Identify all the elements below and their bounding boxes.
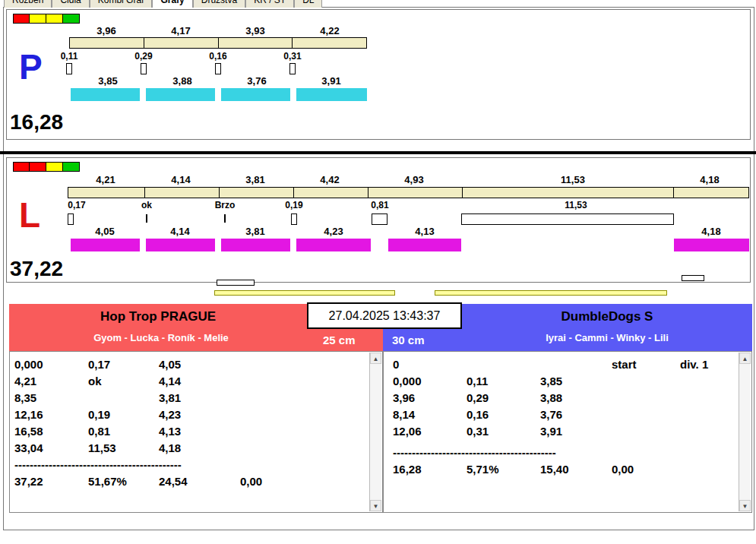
tab-druzstva[interactable]: Družstva: [193, 0, 245, 8]
scroll-down-icon[interactable]: ▼: [370, 500, 381, 511]
split-bar-segment: [219, 188, 293, 198]
cell-start-label: start: [612, 358, 637, 371]
reaction-marker: [289, 63, 296, 74]
lap-bar: [71, 88, 140, 101]
split-time: 3,81: [245, 174, 264, 185]
split-bar-segment: [293, 188, 368, 198]
cell-start-time: 0: [393, 358, 399, 371]
cell-reaction: 0,81: [88, 425, 110, 438]
cell-lap: 4,14: [159, 375, 181, 387]
table-row: 16,58 0,81 4,13: [10, 425, 369, 441]
reaction-flag: ok: [141, 200, 152, 210]
split-time: 4,17: [144, 25, 218, 36]
scroll-down-icon[interactable]: ▼: [739, 500, 751, 511]
table-totals-row: 37,22 51,67% 24,54 0,00: [10, 475, 369, 492]
lane-panel-p: 3,96 4,17 3,93 4,22 0,11 0,29 0,16 0,31 …: [6, 9, 751, 140]
lap-bar: [146, 239, 215, 251]
tab-grafy[interactable]: Grafy: [152, 0, 192, 8]
total-penalty: 0,00: [612, 463, 634, 476]
split-bar-segment: [144, 38, 218, 48]
scroll-up-icon[interactable]: ▲: [739, 353, 751, 364]
table-row: 4,21 ok 4,14: [10, 375, 369, 391]
scrollbar[interactable]: ▲ ▼: [369, 353, 381, 511]
light-indicator: [30, 162, 46, 172]
total-penalty: 0,00: [240, 475, 262, 488]
cell-cumulative: 16,58: [14, 425, 43, 438]
tab-bar: Rozběh Čidla Kombi Graf Grafy Družstva K…: [4, 0, 322, 8]
cell-reaction: 0,11: [467, 375, 488, 387]
reaction-marker-wide: [372, 213, 387, 225]
lap-bar: [221, 88, 290, 101]
lap-bar: [146, 88, 215, 101]
split-bar-p: [69, 37, 367, 49]
lap-time: 3,81: [245, 226, 264, 237]
hesitation-bar: [461, 213, 674, 225]
reaction-time: 0,19: [285, 200, 302, 210]
tab-kombi-graf[interactable]: Kombi Graf: [90, 0, 153, 8]
light-indicator: [63, 14, 80, 24]
cell-lap: 4,18: [159, 441, 181, 454]
total-laps-sum: 15,40: [540, 463, 569, 476]
cell-lap: 4,05: [159, 358, 181, 371]
cell-reaction: 11,53: [88, 441, 116, 454]
lap-time: 4,23: [324, 226, 343, 237]
split-time: 3,93: [218, 25, 293, 36]
tab-dl[interactable]: DL: [294, 0, 322, 8]
tab-kr-st[interactable]: KR / ST: [245, 0, 294, 8]
tab-cidla[interactable]: Čidla: [52, 0, 89, 8]
team-left-name: Hop Trop PRAGUE: [9, 309, 307, 324]
cell-reaction: 0,17: [88, 358, 110, 371]
cell-lap: 3,81: [159, 391, 181, 404]
split-bar-segment: [218, 38, 293, 48]
lap-bar: [674, 239, 749, 251]
lane-letter-l: L: [19, 198, 40, 232]
cell-cumulative: 12,06: [393, 425, 422, 438]
split-bar-segment: [462, 188, 673, 198]
cell-lap: 3,91: [540, 425, 562, 438]
table-separator: ----------------------------------------…: [393, 446, 556, 459]
light-indicator: [30, 14, 46, 24]
reaction-marker: [66, 63, 72, 74]
start-lights-l: [13, 162, 80, 172]
app-window: Rozběh Čidla Kombi Graf Grafy Družstva K…: [0, 0, 756, 544]
reaction-time: 0,17: [68, 200, 85, 210]
lap-time: 3,91: [294, 75, 369, 87]
split-time: 3,96: [69, 25, 144, 36]
reaction-time: 0,31: [283, 51, 301, 62]
split-time: 4,21: [96, 174, 115, 185]
lane-divider: [0, 151, 756, 154]
lane-total-p: 16,28: [10, 110, 63, 134]
split-time: 4,22: [293, 25, 367, 36]
table-row: 12,16 0,19 4,23: [10, 408, 369, 425]
reaction-time: 0,29: [134, 51, 152, 62]
lap-time: 4,18: [701, 226, 720, 237]
cell-lap: 3,76: [540, 408, 562, 421]
table-row: 0,000 0,11 3,85: [384, 375, 738, 391]
team-right-jump-height: 30 cm: [392, 334, 425, 346]
lane-panel-l: 4,21 4,14 3,81 4,42 4,93 11,53 4,18 0,17…: [6, 157, 751, 283]
cell-lap: 4,23: [159, 408, 181, 421]
total-laps-sum: 24,54: [159, 475, 188, 488]
cell-cumulative: 0,000: [393, 375, 422, 387]
lap-bar: [221, 239, 290, 251]
start-lights-p: [13, 14, 80, 24]
cell-cumulative: 3,96: [393, 391, 415, 404]
reaction-marker: [68, 213, 74, 225]
table-totals-row: 16,28 5,71% 15,40 0,00: [384, 463, 738, 479]
timeline-outline-box: [217, 280, 255, 286]
lap-time: 4,05: [95, 226, 114, 237]
reaction-time: 0,16: [209, 51, 226, 62]
scroll-up-icon[interactable]: ▲: [370, 353, 381, 364]
tab-rozbeh[interactable]: Rozběh: [4, 0, 52, 8]
cell-lap: 4,13: [159, 425, 181, 438]
table-start-row: 0 start div. 1: [384, 358, 738, 375]
team-left-members: Gyom - Lucka - Roník - Melie: [9, 332, 313, 343]
scrollbar[interactable]: ▲ ▼: [739, 353, 751, 511]
cell-cumulative: 0,000: [14, 358, 43, 371]
split-bar-segment: [144, 188, 219, 198]
cell-division: div. 1: [680, 358, 708, 371]
table-row: 8,35 3,81: [10, 391, 369, 408]
team-left-results: 0,000 0,17 4,05 4,21 ok 4,14 8,35 3,81 1…: [9, 351, 383, 513]
cell-lap: 3,85: [540, 375, 562, 387]
team-right-name: DumbleDogs S: [462, 309, 752, 324]
